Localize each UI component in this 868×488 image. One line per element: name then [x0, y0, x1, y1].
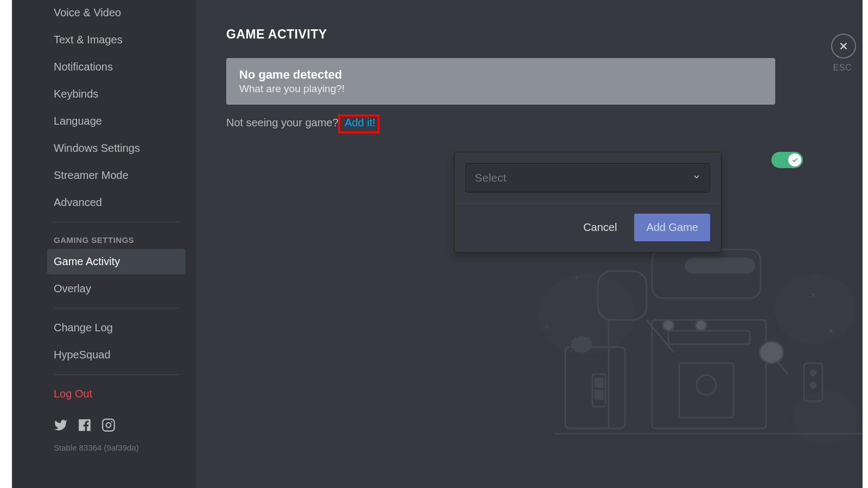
close-button[interactable] [831, 34, 856, 59]
select-placeholder: Select [475, 171, 506, 184]
svg-point-2 [111, 421, 113, 423]
close-icon [838, 40, 850, 52]
svg-point-4 [774, 274, 856, 344]
facebook-icon[interactable] [78, 418, 92, 434]
popup-divider [455, 203, 721, 204]
svg-text:+: + [544, 321, 550, 333]
svg-point-20 [760, 342, 783, 363]
sidebar-item-streamer-mode[interactable]: Streamer Mode [47, 163, 186, 188]
svg-point-5 [793, 390, 858, 445]
add-it-link[interactable]: Add it! [338, 114, 380, 133]
svg-point-16 [697, 375, 716, 395]
popup-buttons: Cancel Add Game [465, 214, 710, 241]
sidebar-divider [54, 374, 179, 375]
sidebar-item-hypesquad[interactable]: HypeSquad [47, 342, 186, 368]
sidebar-item-game-activity[interactable]: Game Activity [47, 249, 186, 274]
svg-point-22 [810, 370, 816, 376]
left-white-stripe [0, 0, 12, 488]
esc-label: ESC [833, 63, 852, 73]
svg-point-27 [829, 329, 833, 332]
game-status-box: No game detected What are you playing?! [226, 58, 775, 105]
check-icon [791, 156, 799, 164]
cancel-button[interactable]: Cancel [573, 215, 627, 240]
svg-text:+: + [573, 272, 580, 284]
status-subtitle: What are you playing?! [239, 83, 762, 95]
sidebar-item-advanced[interactable]: Advanced [47, 190, 186, 215]
sidebar-divider [54, 222, 179, 222]
svg-rect-7 [685, 258, 755, 274]
svg-point-23 [810, 382, 816, 388]
svg-point-13 [663, 320, 674, 331]
svg-point-1 [106, 423, 111, 428]
chevron-down-icon [692, 172, 701, 184]
sidebar-section-gaming-header: GAMING SETTINGS [47, 229, 186, 249]
svg-rect-0 [103, 419, 114, 431]
svg-rect-19 [595, 390, 603, 399]
main-content: GAME ACTIVITY No game detected What are … [196, 0, 868, 488]
sidebar-item-keybinds[interactable]: Keybinds [47, 81, 186, 107]
sidebar-item-change-log[interactable]: Change Log [47, 315, 186, 341]
add-game-button[interactable]: Add Game [634, 214, 710, 241]
svg-rect-12 [668, 331, 750, 344]
game-select-dropdown[interactable]: Select [465, 163, 710, 192]
sidebar-item-overlay[interactable]: Overlay [47, 276, 186, 301]
sidebar-divider [54, 308, 179, 309]
status-message-toggle[interactable] [771, 152, 803, 168]
settings-sidebar: Voice & Video Text & Images Notification… [12, 0, 196, 488]
hint-prefix: Not seeing your game? [226, 117, 339, 129]
sidebar-item-logout[interactable]: Log Out [47, 381, 186, 407]
hint-row: Not seeing your game? Add it! [226, 114, 835, 133]
svg-point-14 [695, 320, 706, 331]
version-text: Stable 83364 (9af39da) [47, 439, 186, 457]
svg-text:✕: ✕ [809, 291, 816, 300]
svg-rect-18 [595, 378, 603, 387]
svg-rect-15 [679, 363, 733, 418]
sidebar-item-notifications[interactable]: Notifications [47, 54, 186, 80]
sidebar-item-text-images[interactable]: Text & Images [47, 27, 186, 53]
right-white-stripe [863, 0, 868, 488]
social-icons-row [47, 408, 186, 439]
sidebar-item-windows-settings[interactable]: Windows Settings [47, 136, 186, 161]
page-title: GAME ACTIVITY [226, 27, 835, 42]
sidebar-item-voice-video[interactable]: Voice & Video [47, 0, 186, 25]
twitter-icon[interactable] [54, 418, 68, 434]
sidebar-item-language[interactable]: Language [47, 108, 186, 134]
svg-point-10 [572, 337, 591, 352]
instagram-icon[interactable] [101, 418, 116, 434]
add-game-popup: Select Cancel Add Game [454, 152, 722, 253]
status-title: No game detected [239, 68, 762, 82]
arcade-illustration: + + ✕ [522, 239, 868, 455]
